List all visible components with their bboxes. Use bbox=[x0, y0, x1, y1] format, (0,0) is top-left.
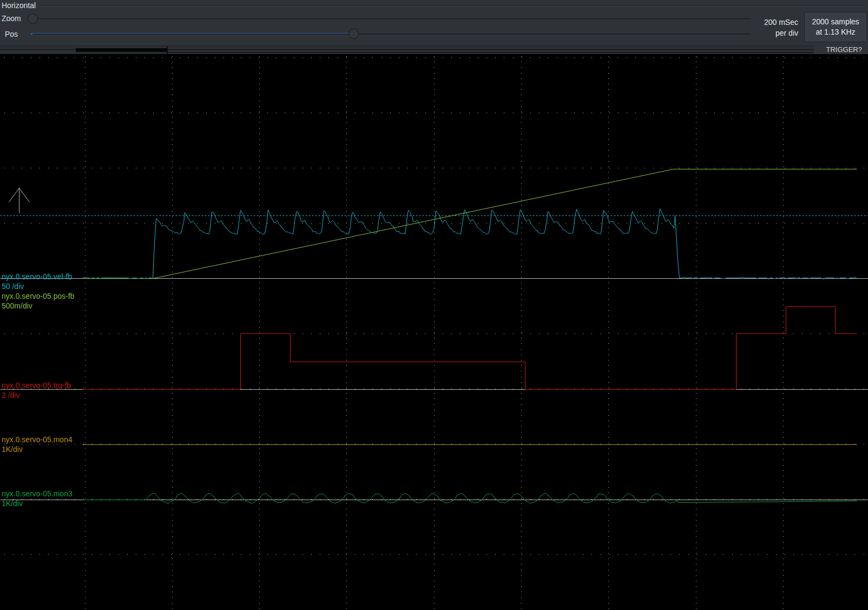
horizontal-toolbar: Horizontal Zoom Pos 200 mSec per div 200… bbox=[0, 0, 868, 45]
channel-label-vel-fb[interactable]: nyx.0.servo-05.vel-fb 50 /div bbox=[2, 272, 72, 291]
time-per-div-line1: 200 mSec bbox=[764, 17, 798, 28]
channel-scale: 500m/div bbox=[2, 301, 75, 311]
zoom-slider-handle[interactable] bbox=[28, 14, 38, 24]
time-per-div-line2: per div bbox=[764, 28, 798, 38]
samples-count-label: 2000 samples bbox=[805, 17, 866, 27]
time-per-div-readout: 200 mSec per div bbox=[764, 17, 798, 38]
scrollbar-position-tick bbox=[167, 46, 168, 54]
channel-scale: 1K/div bbox=[2, 499, 73, 508]
zoom-slider-track[interactable] bbox=[37, 18, 751, 20]
halscope-window: Horizontal Zoom Pos 200 mSec per div 200… bbox=[0, 0, 868, 610]
samples-rate-label: at 1.13 KHz bbox=[805, 27, 866, 37]
channel-name: nyx.0.servo-05.mon3 bbox=[2, 489, 73, 499]
pos-slider-label: Pos bbox=[5, 30, 18, 38]
zoom-slider-label: Zoom bbox=[2, 14, 21, 23]
pos-slider-track[interactable] bbox=[32, 34, 751, 35]
channel-scale: 50 /div bbox=[2, 281, 72, 291]
horizontal-frame-label: Horizontal bbox=[2, 1, 36, 10]
trigger-tab[interactable]: TRIGGER? bbox=[814, 45, 868, 54]
channel-name: nyx.0.servo-05.vel-fb bbox=[2, 272, 72, 281]
channel-label-mon3[interactable]: nyx.0.servo-05.mon3 1K/div bbox=[2, 489, 73, 508]
channel-label-pos-fb[interactable]: nyx.0.servo-05.pos-fb 500m/div bbox=[2, 291, 75, 311]
channel-label-mon4[interactable]: nyx.0.servo-05.mon4 1K/div bbox=[2, 435, 73, 454]
channel-label-trq-fb[interactable]: nyx.0.servo-05.trq-fb 2 /div bbox=[2, 381, 71, 400]
channel-name: nyx.0.servo-05.pos-fb bbox=[2, 291, 75, 301]
samples-button[interactable]: 2000 samples at 1.13 KHz bbox=[804, 12, 867, 42]
channel-scale: 1K/div bbox=[2, 444, 73, 454]
record-position-scrollbar[interactable] bbox=[0, 45, 814, 54]
channel-name: nyx.0.servo-05.trq-fb bbox=[2, 381, 71, 390]
channel-name: nyx.0.servo-05.mon4 bbox=[2, 435, 73, 444]
frame-divider bbox=[40, 5, 867, 6]
channel-scale: 2 /div bbox=[2, 390, 71, 400]
scrollbar-groove-line2 bbox=[167, 52, 814, 53]
pos-slider-handle[interactable] bbox=[348, 29, 359, 39]
scope-canvas[interactable] bbox=[0, 54, 868, 610]
scrollbar-thumb[interactable] bbox=[76, 48, 167, 52]
